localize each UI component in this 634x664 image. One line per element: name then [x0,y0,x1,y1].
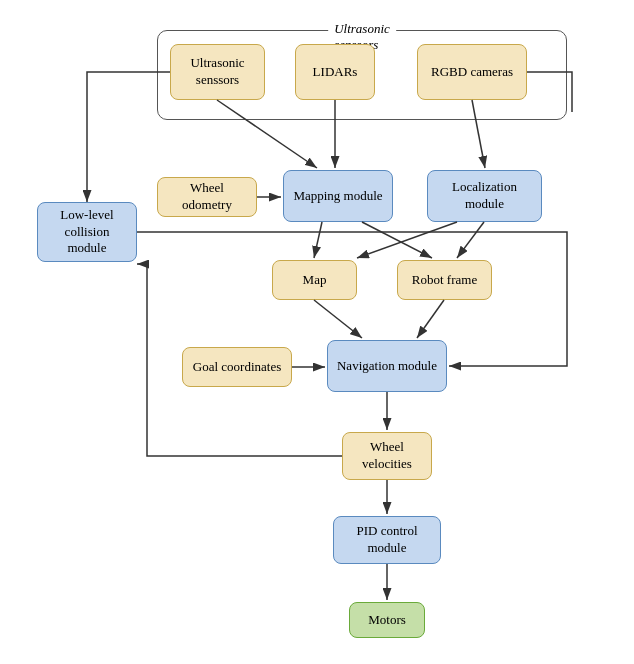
svg-line-7 [357,222,457,258]
wheel-odometry-box: Wheel odometry [157,177,257,217]
architecture-diagram: Ultrasonicsenssors Ultrasonicsenssors LI… [27,12,607,652]
svg-line-5 [314,222,322,258]
svg-line-6 [362,222,432,258]
low-level-box: Low-levelcollision module [37,202,137,262]
localization-box: Localizationmodule [427,170,542,222]
rgbd-box: RGBD cameras [417,44,527,100]
wheel-velocities-box: Wheelvelocities [342,432,432,480]
svg-line-10 [417,300,444,338]
navigation-box: Navigation module [327,340,447,392]
goal-coordinates-box: Goal coordinates [182,347,292,387]
ultrasonic-box: Ultrasonicsenssors [170,44,265,100]
svg-line-9 [314,300,362,338]
map-box: Map [272,260,357,300]
motors-box: Motors [349,602,425,638]
robot-frame-box: Robot frame [397,260,492,300]
lidars-box: LIDARs [295,44,375,100]
pid-box: PID controlmodule [333,516,441,564]
mapping-box: Mapping module [283,170,393,222]
svg-line-8 [457,222,484,258]
